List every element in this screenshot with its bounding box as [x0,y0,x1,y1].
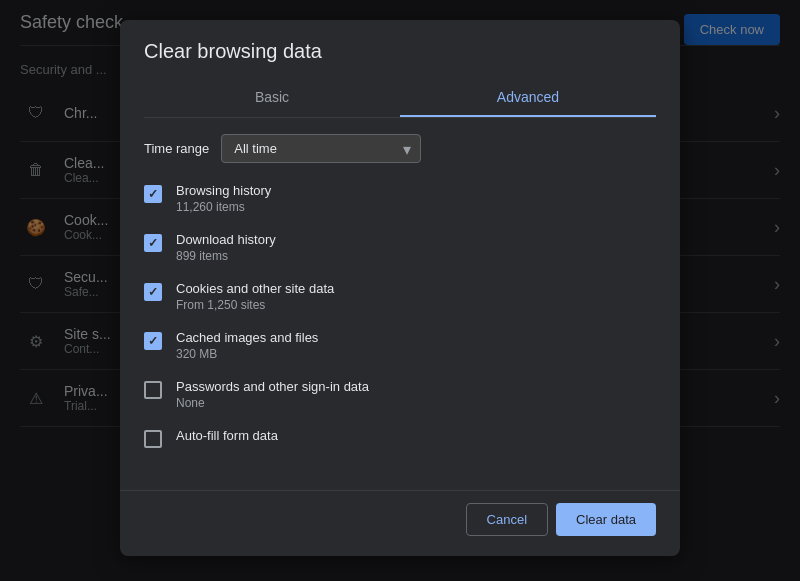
checkbox-item-download-history: ✓ Download history 899 items [144,232,644,263]
time-range-label: Time range [144,141,209,156]
modal-overlay: Clear browsing data Basic Advanced Time … [0,0,800,581]
checkbox-text: Browsing history 11,260 items [176,183,271,214]
checkbox-sublabel: 11,260 items [176,200,271,214]
time-range-row: Time range Last hour Last 24 hours Last … [144,134,644,163]
tab-bar: Basic Advanced [144,79,656,118]
checkmark-icon: ✓ [148,285,158,299]
checkbox-item-cookies: ✓ Cookies and other site data From 1,250… [144,281,644,312]
checkbox-sublabel: From 1,250 sites [176,298,334,312]
dialog-title: Clear browsing data [144,40,656,63]
checkbox-sublabel: 899 items [176,249,276,263]
checkbox-passwords[interactable] [144,381,162,399]
checkmark-icon: ✓ [148,334,158,348]
checkbox-box[interactable]: ✓ [144,283,162,301]
checkbox-box[interactable]: ✓ [144,332,162,350]
checkbox-label: Auto-fill form data [176,428,278,443]
checkbox-text: Cookies and other site data From 1,250 s… [176,281,334,312]
time-range-select[interactable]: Last hour Last 24 hours Last 7 days Last… [221,134,421,163]
checkbox-item-cached: ✓ Cached images and files 320 MB [144,330,644,361]
checkbox-label: Browsing history [176,183,271,198]
checkbox-text: Passwords and other sign-in data None [176,379,369,410]
checkbox-item-passwords: Passwords and other sign-in data None [144,379,644,410]
dialog-footer: Cancel Clear data [120,490,680,556]
dialog-content: Time range Last hour Last 24 hours Last … [120,118,680,490]
checkbox-box[interactable]: ✓ [144,234,162,252]
checkbox-cookies[interactable]: ✓ [144,283,162,301]
checkbox-text: Cached images and files 320 MB [176,330,318,361]
checkbox-autofill[interactable] [144,430,162,448]
time-range-select-wrapper[interactable]: Last hour Last 24 hours Last 7 days Last… [221,134,421,163]
checkbox-item-autofill: Auto-fill form data [144,428,644,448]
checkbox-item-browsing-history: ✓ Browsing history 11,260 items [144,183,644,214]
checkbox-box[interactable] [144,381,162,399]
checkbox-browsing-history[interactable]: ✓ [144,185,162,203]
tab-basic[interactable]: Basic [144,79,400,117]
clear-browsing-data-dialog: Clear browsing data Basic Advanced Time … [120,20,680,556]
dialog-header: Clear browsing data Basic Advanced [120,20,680,118]
checkbox-sublabel: None [176,396,369,410]
checkbox-box[interactable] [144,430,162,448]
checkbox-cached[interactable]: ✓ [144,332,162,350]
checkbox-label: Passwords and other sign-in data [176,379,369,394]
tab-advanced[interactable]: Advanced [400,79,656,117]
checkmark-icon: ✓ [148,187,158,201]
checkbox-label: Download history [176,232,276,247]
scroll-area[interactable]: Time range Last hour Last 24 hours Last … [144,134,656,474]
checkbox-text: Download history 899 items [176,232,276,263]
checkmark-icon: ✓ [148,236,158,250]
checkbox-label: Cached images and files [176,330,318,345]
checkbox-download-history[interactable]: ✓ [144,234,162,252]
clear-data-button[interactable]: Clear data [556,503,656,536]
checkbox-text: Auto-fill form data [176,428,278,445]
checkbox-sublabel: 320 MB [176,347,318,361]
cancel-button[interactable]: Cancel [466,503,548,536]
checkbox-label: Cookies and other site data [176,281,334,296]
checkbox-box[interactable]: ✓ [144,185,162,203]
